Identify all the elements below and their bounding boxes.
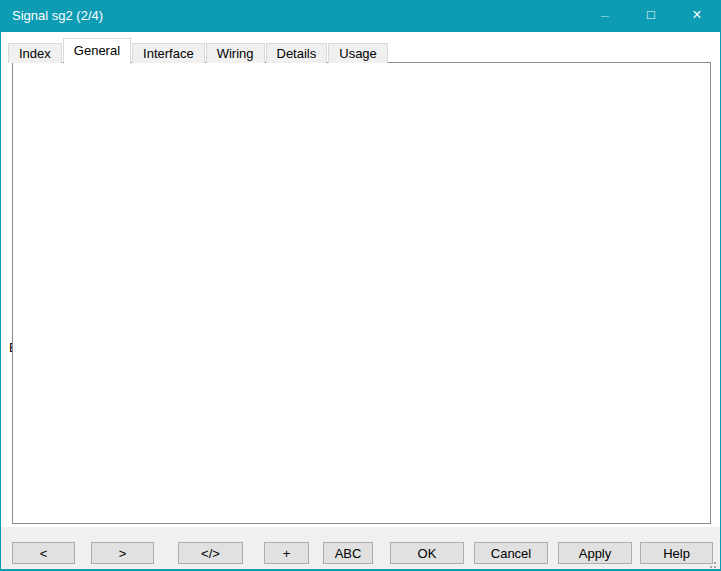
minimize-button[interactable]: –	[582, 0, 628, 32]
cancel-button[interactable]: Cancel	[474, 542, 548, 564]
apply-button[interactable]: Apply	[558, 542, 632, 564]
dialog-window: Signal sg2 (2/4) – □ × Index General Int…	[0, 0, 721, 571]
resize-grip-icon[interactable]	[714, 562, 716, 564]
tab-general[interactable]: General	[63, 38, 131, 64]
tab-index[interactable]: Index	[8, 43, 62, 63]
xml-button[interactable]: </>	[178, 542, 243, 564]
tab-usage[interactable]: Usage	[328, 43, 388, 63]
tab-details[interactable]: Details	[266, 43, 328, 63]
general-tab-panel	[12, 62, 711, 524]
close-button[interactable]: ×	[674, 0, 720, 32]
title-bar: Signal sg2 (2/4) – □ ×	[1, 0, 720, 32]
add-button[interactable]: +	[264, 542, 309, 564]
prev-button[interactable]: <	[12, 542, 75, 564]
tab-wiring[interactable]: Wiring	[206, 43, 265, 63]
ok-button[interactable]: OK	[390, 542, 464, 564]
abc-button[interactable]: ABC	[323, 542, 373, 564]
tab-strip: Index General Interface Wiring Details U…	[8, 37, 389, 63]
window-title: Signal sg2 (2/4)	[12, 0, 103, 32]
next-button[interactable]: >	[91, 542, 154, 564]
tab-interface[interactable]: Interface	[132, 43, 205, 63]
maximize-button[interactable]: □	[628, 0, 674, 32]
help-button[interactable]: Help	[640, 542, 713, 564]
